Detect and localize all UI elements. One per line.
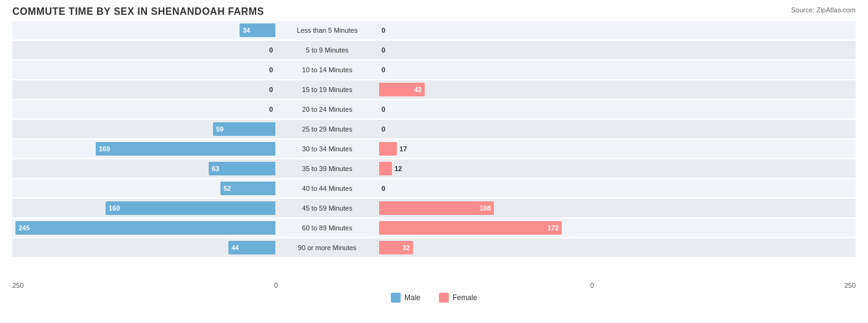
- left-bar-section: 169: [12, 142, 278, 156]
- legend-male-label: Male: [404, 293, 420, 302]
- legend-female: Female: [439, 293, 477, 303]
- left-bar-section: 0: [12, 106, 278, 113]
- right-bar-section: 0: [377, 106, 642, 113]
- female-bar: [379, 142, 397, 156]
- female-bar-value: 43: [414, 86, 422, 93]
- row-label: 35 to 39 Minutes: [278, 165, 377, 172]
- male-zero-value: 0: [269, 66, 273, 73]
- right-bar-section: 0: [377, 66, 642, 73]
- male-bar-value: 169: [99, 145, 110, 153]
- row-label: 90 or more Minutes: [278, 244, 377, 251]
- right-axis-max: 250: [845, 282, 856, 289]
- male-bar-value: 63: [212, 165, 219, 172]
- row-label: 5 to 9 Minutes: [278, 46, 377, 54]
- chart-area: 34Less than 5 Minutes005 to 9 Minutes001…: [12, 21, 856, 280]
- legend-male-box: [391, 293, 401, 303]
- chart-row: 6335 to 39 Minutes12: [12, 159, 856, 178]
- right-bar-section: 108: [377, 201, 642, 215]
- female-zero-value: 0: [382, 185, 385, 192]
- chart-row: 05 to 9 Minutes0: [12, 41, 856, 59]
- male-bar-value: 245: [19, 224, 30, 232]
- female-bar-value-outside: 17: [399, 145, 407, 153]
- left-bar-section: 52: [12, 182, 278, 195]
- female-bar-value: 108: [480, 204, 491, 212]
- right-bar-section: 0: [377, 27, 642, 34]
- chart-row: 16045 to 59 Minutes108: [12, 199, 856, 217]
- row-label: 15 to 19 Minutes: [278, 86, 377, 93]
- right-bar-section: 17: [377, 142, 642, 156]
- male-bar: 44: [228, 241, 275, 254]
- left-bar-section: 0: [12, 86, 278, 93]
- legend-female-box: [439, 293, 449, 303]
- female-bar: 172: [379, 221, 562, 235]
- legend-female-label: Female: [453, 293, 477, 302]
- chart-row: 5925 to 29 Minutes0: [12, 120, 856, 138]
- male-bar-value: 52: [223, 185, 231, 192]
- male-bar-value: 160: [109, 204, 120, 212]
- row-label: 40 to 44 Minutes: [278, 185, 377, 192]
- chart-row: 5240 to 44 Minutes0: [12, 179, 856, 198]
- row-label: 25 to 29 Minutes: [278, 125, 377, 133]
- male-bar: 63: [209, 162, 275, 175]
- left-bar-section: 0: [12, 46, 278, 54]
- right-bar-section: 32: [377, 241, 642, 254]
- right-bar-section: 0: [377, 185, 642, 192]
- right-bar-section: 0: [377, 46, 642, 54]
- row-label: 20 to 24 Minutes: [278, 106, 377, 113]
- left-bar-section: 0: [12, 66, 278, 73]
- chart-row: 010 to 14 Minutes0: [12, 61, 856, 79]
- female-bar-value-outside: 12: [394, 165, 402, 172]
- source-text: Source: ZipAtlas.com: [791, 6, 856, 14]
- female-bar: 43: [379, 83, 425, 96]
- chart-row: 16930 to 34 Minutes17: [12, 140, 856, 158]
- left-axis-max: 250: [12, 282, 23, 289]
- right-bar-section: 172: [377, 221, 642, 235]
- male-bar-value: 59: [216, 125, 223, 133]
- left-bar-section: 245: [12, 221, 278, 235]
- left-axis-min: 0: [274, 282, 278, 289]
- male-zero-value: 0: [269, 46, 273, 54]
- chart-row: 4490 or more Minutes32: [12, 238, 856, 257]
- male-bar-value: 44: [232, 244, 239, 251]
- male-zero-value: 0: [269, 86, 273, 93]
- right-bar-section: 0: [377, 125, 642, 133]
- male-bar: 245: [15, 221, 275, 235]
- male-bar: 169: [96, 142, 275, 156]
- zero-spacer: [385, 282, 483, 289]
- chart-title: COMMUTE TIME BY SEX IN SHENANDOAH FARMS: [12, 6, 856, 17]
- chart-row: 015 to 19 Minutes43: [12, 80, 856, 99]
- chart-container: COMMUTE TIME BY SEX IN SHENANDOAH FARMS …: [0, 0, 868, 323]
- left-axis: 250 0: [12, 282, 278, 289]
- row-label: 10 to 14 Minutes: [278, 66, 377, 73]
- female-zero-value: 0: [382, 46, 385, 54]
- male-bar: 34: [240, 23, 275, 37]
- male-bar: 59: [213, 122, 275, 136]
- right-axis: 0 250: [590, 282, 856, 289]
- chart-row: 24560 to 89 Minutes172: [12, 219, 856, 237]
- female-zero-value: 0: [382, 66, 385, 73]
- chart-row: 020 to 24 Minutes0: [12, 100, 856, 119]
- male-bar: 160: [106, 201, 275, 215]
- legend: Male Female: [12, 293, 856, 303]
- female-bar-value: 172: [548, 224, 559, 232]
- row-label: Less than 5 Minutes: [278, 27, 377, 34]
- left-bar-section: 160: [12, 201, 278, 215]
- row-label: 60 to 89 Minutes: [278, 224, 377, 232]
- male-bar: 52: [220, 182, 275, 195]
- female-bar: 108: [379, 201, 494, 215]
- axis-labels: 250 0 0 250: [12, 282, 856, 289]
- left-bar-section: 44: [12, 241, 278, 254]
- row-label: 45 to 59 Minutes: [278, 204, 377, 212]
- female-zero-value: 0: [382, 125, 385, 133]
- chart-row: 34Less than 5 Minutes0: [12, 21, 856, 40]
- left-bar-section: 63: [12, 162, 278, 175]
- legend-male: Male: [391, 293, 420, 303]
- male-bar-value: 34: [243, 27, 250, 34]
- male-zero-value: 0: [269, 106, 273, 113]
- right-axis-min: 0: [590, 282, 594, 289]
- right-bar-section: 43: [377, 83, 642, 96]
- female-zero-value: 0: [382, 27, 385, 34]
- female-bar-value: 32: [403, 244, 410, 251]
- left-bar-section: 34: [12, 23, 278, 37]
- left-bar-section: 59: [12, 122, 278, 136]
